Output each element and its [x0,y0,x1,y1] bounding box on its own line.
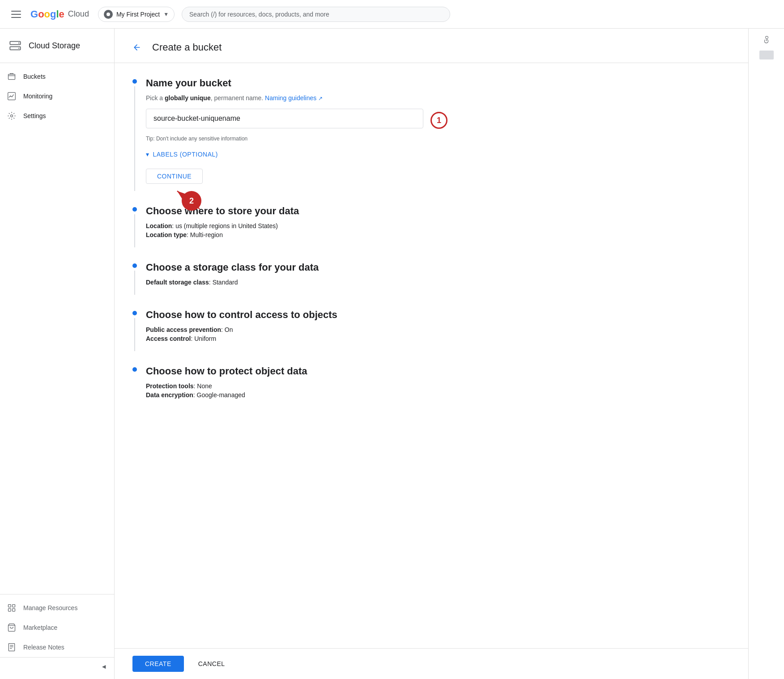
settings-label: Settings [23,112,46,119]
step-2-location-type-label: Location type [146,231,187,238]
monitoring-icon [7,92,16,101]
hamburger-menu[interactable] [7,5,25,23]
input-tip: Tip: Don't include any sensitive informa… [146,136,499,142]
step-5-title: Choose how to protect object data [146,365,499,377]
step-1-content: Name your bucket Pick a globally unique,… [146,77,499,191]
labels-chevron-icon: ▾ [146,151,149,158]
step-4-access-value1: On [225,326,233,333]
external-link-icon: ↗ [318,95,323,102]
naming-guidelines-link[interactable]: Naming guidelines ↗ [265,94,323,102]
step-4-access-label1: Public access prevention [146,326,221,333]
project-selector[interactable]: My First Project ▼ [98,7,175,22]
svg-rect-10 [13,609,15,611]
bucket-name-input[interactable] [146,109,423,128]
sidebar-brand: Cloud Storage [0,29,114,63]
step-2-bullet [132,207,137,212]
step-2: Choose where to store your data Location… [132,205,499,247]
svg-point-6 [11,115,13,117]
monitoring-label: Monitoring [23,93,52,100]
step-2-location-type-value: Multi-region [190,231,223,238]
step-4-access-label2: Access control [146,335,191,342]
buckets-icon [7,72,16,81]
labels-toggle[interactable]: ▾ LABELS (OPTIONAL) [146,151,499,158]
step-5: Choose how to protect object data Protec… [132,365,499,407]
step-5-bullet [132,367,137,372]
svg-rect-11 [9,644,14,651]
step-1-bullet [132,79,137,84]
bottom-action-bar: CREATE CANCEL [115,648,748,679]
step-2-location-value: us (multiple regions in United States) [175,222,278,229]
cancel-button[interactable]: CANCEL [191,656,232,672]
step-3-storage-class: Default storage class: Standard [146,279,499,286]
bucket-name-input-wrapper: 1 [146,109,499,132]
svg-point-3 [18,48,19,49]
marketplace-label: Marketplace [23,624,57,631]
continue-button[interactable]: CONTINUE [146,169,203,184]
step-2-line [134,214,135,247]
marketplace-icon [7,623,16,632]
step-4-access1: Public access prevention: On [146,326,499,333]
google-cloud-logo: Google Cloud [30,8,89,20]
sidebar-item-settings[interactable]: Settings [0,106,114,126]
settings-icon [7,111,16,120]
back-button[interactable] [129,39,145,55]
page-body: Name your bucket Pick a globally unique,… [115,63,517,436]
project-dropdown-arrow: ▼ [163,11,169,17]
release-notes-icon [7,643,16,652]
right-panel: Go [748,29,784,679]
collapse-icon: ◄ [101,663,107,670]
step-5-protect2: Data encryption: Google-managed [146,391,499,399]
step-4-line [134,318,135,351]
step-1-description: Pick a globally unique, permanent name. … [146,94,499,102]
step-3-storage-value: Standard [213,279,238,286]
step-3-bullet [132,263,137,268]
search-bar[interactable]: Search (/) for resources, docs, products… [182,7,450,22]
step-4-access2: Access control: Uniform [146,335,499,342]
step-5-protect1: Protection tools: None [146,382,499,390]
sidebar-item-release-notes[interactable]: Release Notes [0,637,114,657]
sidebar-item-marketplace[interactable]: Marketplace [0,618,114,637]
create-button[interactable]: CREATE [132,656,184,672]
top-header: Google Cloud My First Project ▼ Search (… [0,0,784,29]
sidebar-brand-label: Cloud Storage [29,41,80,51]
annotation-circle-2-wrapper: 2 [182,191,201,211]
manage-resources-label: Manage Resources [23,604,77,611]
step-4-access-value2: Uniform [194,335,216,342]
step-3-content: Choose a storage class for your data Def… [146,262,499,295]
right-panel-icon [759,51,774,59]
step-4: Choose how to control access to objects … [132,309,499,351]
step-2-content: Choose where to store your data Location… [146,205,499,247]
step-5-bullet-col [132,365,137,407]
step-5-protect-label2: Data encryption [146,391,193,399]
sidebar-item-manage-resources[interactable]: Manage Resources [0,598,114,618]
step-3-bullet-col [132,262,137,295]
sidebar-item-buckets[interactable]: Buckets [0,67,114,86]
cloud-label: Cloud [68,9,89,19]
step-1: Name your bucket Pick a globally unique,… [132,77,499,191]
step-1-line [134,86,135,191]
svg-rect-5 [8,93,16,100]
step-4-content: Choose how to control access to objects … [146,309,499,351]
sidebar-collapse-button[interactable]: ◄ [0,657,114,675]
step-2-bullet-col [132,205,137,247]
svg-rect-9 [9,609,11,611]
step-2-location-type: Location type: Multi-region [146,231,499,238]
labels-toggle-label: LABELS (OPTIONAL) [153,151,218,158]
svg-rect-8 [13,605,15,607]
svg-rect-4 [9,74,15,80]
sidebar-bottom: Manage Resources Marketplace [0,594,114,679]
project-dot-icon [104,10,113,19]
step-4-bullet-col [132,309,137,351]
manage-resources-icon [7,603,16,612]
sidebar-item-monitoring[interactable]: Monitoring [0,86,114,106]
cloud-storage-icon [7,38,23,54]
step-1-bullet-col [132,77,137,191]
step-3-title: Choose a storage class for your data [146,262,499,273]
main-content: Create a bucket Name your bucket Pick a … [115,29,784,679]
step-4-bullet [132,311,137,315]
step-1-title: Name your bucket [146,77,499,89]
svg-rect-7 [9,605,11,607]
step-2-location-label: Location [146,222,172,229]
continue-area: CONTINUE 2 [146,169,499,184]
search-placeholder: Search (/) for resources, docs, products… [189,11,329,18]
